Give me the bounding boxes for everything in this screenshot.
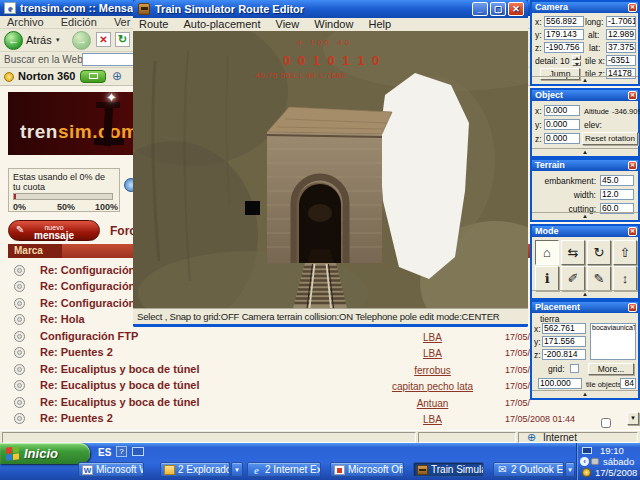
task-outlook-group[interactable]: ✉2 Outlook Exp... (493, 462, 564, 477)
tray-device-icon[interactable] (591, 458, 599, 465)
placement-z-field[interactable]: -200.814 (542, 349, 586, 360)
menu-edicion[interactable]: Edición (54, 16, 104, 29)
camera-tilex-field[interactable]: -6351 (606, 55, 636, 66)
hide-icons-chevron[interactable]: ‹ (580, 457, 589, 466)
topic-link[interactable]: Re: Eucaliptus y boca de túnel (40, 396, 200, 408)
collapse-bar[interactable]: ▲ (532, 148, 638, 156)
move-mode-button[interactable]: ⇆ (561, 240, 585, 265)
placement-palette-titlebar[interactable]: Placement (532, 302, 638, 313)
author-link[interactable]: Antuan (350, 398, 515, 409)
back-dropdown-icon[interactable]: ▾ (56, 36, 60, 44)
topic-link[interactable]: Re: Puentes 2 (40, 412, 113, 424)
refresh-button[interactable]: ↻ (115, 32, 130, 47)
menu-help[interactable]: Help (362, 18, 397, 31)
camera-alt-field[interactable]: 12.989 (606, 29, 636, 40)
camera-long-field[interactable]: -1.70617 (606, 16, 636, 27)
table-row: Re: Puentes 2LBA17/05/2008 01:44 (0, 412, 640, 428)
clock[interactable]: 19:10 (600, 445, 624, 456)
camera-y-field[interactable]: 179.143 (544, 29, 584, 40)
task-explorer-group-arrow[interactable]: ▾ (231, 462, 243, 477)
object-palette-titlebar[interactable]: Object (532, 90, 638, 101)
placement-scale-field[interactable]: 100.000 (538, 378, 582, 389)
task-word[interactable]: WMicrosoft Word (78, 462, 144, 477)
collapse-bar[interactable]: ▲ (532, 212, 638, 220)
norton-tray-icon[interactable] (582, 468, 591, 477)
menu-archivo[interactable]: Archivo (0, 16, 51, 29)
draw-slope-mode-button[interactable]: ✎ (587, 266, 611, 291)
author-link[interactable]: LBA (350, 348, 515, 359)
globe-icon[interactable]: ⊕ (112, 69, 122, 83)
norton-safeweb-button[interactable] (80, 70, 106, 83)
maximize-button[interactable]: ▢ (490, 2, 506, 16)
start-button[interactable]: Inicio (0, 443, 90, 464)
reset-rotation-button[interactable]: Reset rotation (582, 132, 638, 145)
close-icon[interactable]: ✕ (628, 227, 637, 236)
task-explorer-group[interactable]: 2 Explorador ... (160, 462, 230, 477)
collapse-bar[interactable]: ▲ (532, 76, 638, 84)
camera-palette-titlebar[interactable]: Camera (532, 2, 638, 13)
task-internet-explorer[interactable]: e2 Internet Ex... (247, 462, 321, 477)
camera-z-field[interactable]: -190.756 (544, 42, 584, 53)
menu-route[interactable]: Route (133, 18, 174, 31)
place-mode-button[interactable]: ⌂ (535, 240, 559, 265)
elevation-mode-button[interactable]: ↕ (613, 266, 637, 291)
topic-link[interactable]: Re: Hola (40, 313, 85, 325)
topic-link[interactable]: Re: Configuración F (40, 264, 145, 276)
raise-object-mode-button[interactable]: ⇧ (613, 240, 637, 265)
new-message-button[interactable]: ✎ nuevo mensaje (8, 220, 100, 241)
detail-spinner[interactable] (572, 55, 581, 66)
menu-view[interactable]: View (270, 18, 306, 31)
author-link[interactable]: LBA (350, 332, 515, 343)
close-button[interactable]: ✕ (508, 2, 524, 16)
camera-lat-field[interactable]: 37.37532 (606, 42, 636, 53)
task-outlook-group-arrow[interactable]: ▾ (565, 462, 575, 477)
paint-slope-mode-button[interactable]: ✐ (561, 266, 585, 291)
more-button[interactable]: More... (588, 363, 634, 375)
topic-link[interactable]: Re: Configuración F (40, 280, 145, 292)
forward-button[interactable]: → (72, 31, 91, 50)
topic-link[interactable]: Re: Eucaliptus y boca de túnel (40, 379, 200, 391)
camera-x-field[interactable]: 556.892 (544, 16, 584, 27)
close-icon[interactable]: ✕ (628, 3, 637, 12)
editor-titlebar[interactable]: Train Simulator Route Editor _ ▢ ✕ (133, 0, 528, 18)
width-field[interactable]: 12.0 (600, 189, 634, 200)
terrain-palette-titlebar[interactable]: Terrain (532, 160, 638, 171)
task-train-simulator[interactable]: Train Simulator ... (413, 462, 484, 477)
menu-auto-placement[interactable]: Auto-placement (177, 18, 266, 31)
close-icon[interactable]: ✕ (628, 161, 637, 170)
topic-link[interactable]: Re: Configuración F (40, 297, 145, 309)
topic-link[interactable]: Re: Eucaliptus y boca de túnel (40, 363, 200, 375)
topic-link[interactable]: Re: Puentes 2 (40, 346, 113, 358)
author-link[interactable]: capitan pecho lata (350, 381, 515, 392)
collapse-bar[interactable]: ▲ (532, 390, 638, 398)
language-help-icon[interactable]: ? (116, 446, 127, 457)
menu-window[interactable]: Window (308, 18, 359, 31)
embankment-field[interactable]: 45.0 (600, 175, 634, 186)
stop-button[interactable]: ✕ (96, 32, 111, 47)
rotate-mode-button[interactable]: ↻ (587, 240, 611, 265)
topic-link[interactable]: Configuración FTP (40, 330, 138, 342)
object-x-field[interactable]: 0.000 (544, 105, 580, 116)
back-button[interactable]: ← (4, 31, 23, 50)
viewport-3d[interactable]: 4 100 40 0 0 1 0 1 1 0 49.75 553.1 48 1.… (133, 31, 528, 308)
grid-checkbox[interactable] (570, 364, 579, 373)
placement-x-field[interactable]: 562.761 (542, 323, 586, 334)
minimize-button[interactable]: _ (472, 2, 488, 16)
jump-select-arrow[interactable]: ▼ (627, 412, 639, 425)
collapse-bar[interactable]: ▲ (532, 290, 638, 298)
mark-topic-checkbox[interactable] (601, 418, 611, 428)
placement-y-field[interactable]: 171.556 (542, 336, 586, 347)
close-icon[interactable]: ✕ (628, 303, 637, 312)
info-mode-button[interactable]: ℹ (535, 266, 559, 291)
author-link[interactable]: LBA (350, 414, 515, 425)
object-z-field[interactable]: 0.000 (544, 133, 580, 144)
object-y-field[interactable]: 0.000 (544, 119, 580, 130)
author-link[interactable]: ferrobus (350, 365, 515, 376)
mode-palette-titlebar[interactable]: Mode (532, 226, 638, 237)
task-office[interactable]: Microsoft Office... (330, 462, 404, 477)
object-listbox[interactable]: bocaviaunicaTriple (590, 323, 636, 360)
language-indicator[interactable]: ES (98, 447, 111, 458)
language-options-icon[interactable] (132, 447, 144, 456)
close-icon[interactable]: ✕ (628, 91, 637, 100)
network-tray-icon[interactable] (582, 447, 592, 454)
